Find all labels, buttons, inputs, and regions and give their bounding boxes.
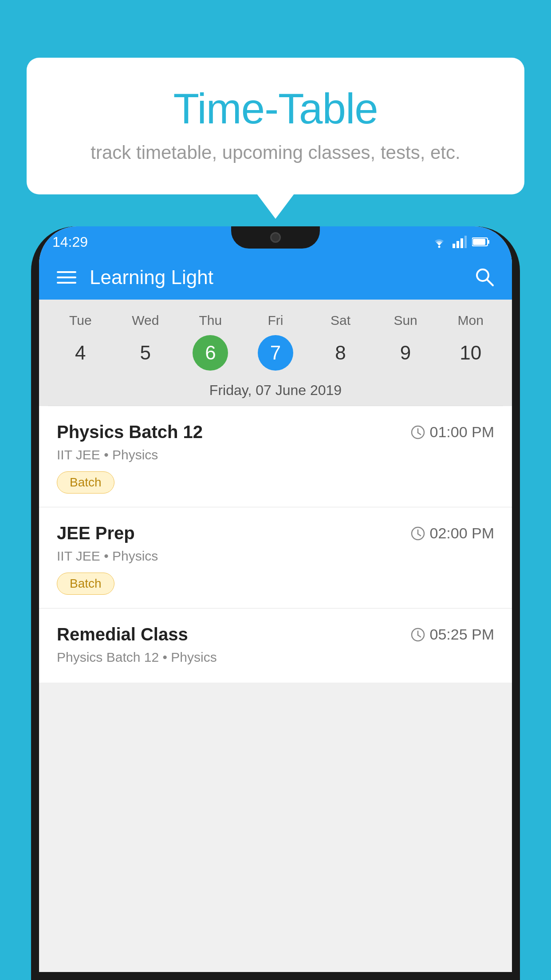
- hamburger-menu[interactable]: [57, 271, 76, 284]
- day-tue[interactable]: Tue 4: [51, 313, 110, 371]
- svg-point-0: [438, 246, 441, 248]
- day-sun[interactable]: Sun 9: [376, 313, 436, 371]
- day-num-sun: 9: [388, 335, 423, 371]
- svg-line-12: [418, 433, 421, 435]
- schedule-title-2: JEE Prep: [57, 523, 135, 543]
- day-num-thu: 6: [193, 335, 228, 371]
- search-button[interactable]: [474, 266, 494, 288]
- bubble-title: Time-Table: [62, 84, 489, 133]
- app-title: Learning Light: [90, 266, 474, 288]
- schedule-item-2[interactable]: JEE Prep 02:00 PM IIT JEE • Physics Batc…: [39, 507, 512, 609]
- signal-icon: [453, 236, 467, 248]
- schedule-subtitle-2: IIT JEE • Physics: [57, 549, 494, 564]
- schedule-time-value-1: 01:00 PM: [429, 423, 494, 441]
- clock-icon-2: [411, 526, 425, 541]
- svg-line-9: [487, 280, 493, 285]
- schedule-item-2-header: JEE Prep 02:00 PM: [57, 523, 494, 543]
- selected-date-label: Friday, 07 June 2019: [48, 375, 503, 406]
- day-num-tue: 4: [63, 335, 98, 371]
- schedule-time-1: 01:00 PM: [411, 423, 494, 441]
- day-name-tue: Tue: [69, 313, 92, 328]
- phone-frame: 14:29: [31, 226, 520, 980]
- svg-rect-7: [473, 239, 485, 245]
- speech-bubble-container: Time-Table track timetable, upcoming cla…: [27, 58, 524, 194]
- batch-badge-1: Batch: [57, 471, 114, 494]
- phone-notch: [231, 226, 320, 249]
- schedule-time-value-2: 02:00 PM: [429, 525, 494, 542]
- svg-rect-3: [460, 238, 463, 248]
- svg-rect-6: [488, 240, 489, 244]
- camera: [270, 232, 281, 243]
- day-name-mon: Mon: [457, 313, 483, 328]
- schedule-item-3-header: Remedial Class 05:25 PM: [57, 624, 494, 644]
- bubble-subtitle: track timetable, upcoming classes, tests…: [62, 142, 489, 163]
- clock-icon-3: [411, 628, 425, 642]
- schedule-subtitle-3: Physics Batch 12 • Physics: [57, 650, 494, 665]
- day-name-fri: Fri: [268, 313, 283, 328]
- calendar-section: Tue 4 Wed 5 Thu 6 Fri 7 Sat 8: [39, 300, 512, 406]
- day-name-sun: Sun: [394, 313, 417, 328]
- svg-line-18: [418, 635, 421, 637]
- schedule-title-3: Remedial Class: [57, 624, 188, 644]
- day-mon[interactable]: Mon 10: [441, 313, 500, 371]
- day-num-fri: 7: [258, 335, 293, 371]
- day-name-wed: Wed: [132, 313, 159, 328]
- days-row: Tue 4 Wed 5 Thu 6 Fri 7 Sat 8: [48, 308, 503, 375]
- clock-icon-1: [411, 425, 425, 439]
- search-icon: [474, 266, 494, 287]
- batch-badge-2: Batch: [57, 573, 114, 595]
- schedule-time-3: 05:25 PM: [411, 626, 494, 643]
- svg-rect-4: [464, 236, 467, 248]
- day-thu[interactable]: Thu 6: [181, 313, 240, 371]
- schedule-item-3[interactable]: Remedial Class 05:25 PM Physics Batch 12…: [39, 609, 512, 683]
- app-header: Learning Light: [39, 255, 512, 300]
- day-wed[interactable]: Wed 5: [115, 313, 175, 371]
- day-fri[interactable]: Fri 7: [245, 313, 305, 371]
- schedule-item-1-header: Physics Batch 12 01:00 PM: [57, 422, 494, 442]
- phone-inner: 14:29: [39, 226, 512, 972]
- schedule-title-1: Physics Batch 12: [57, 422, 203, 442]
- speech-bubble: Time-Table track timetable, upcoming cla…: [27, 58, 524, 194]
- schedule-item-1[interactable]: Physics Batch 12 01:00 PM IIT JEE • Phys…: [39, 406, 512, 507]
- svg-line-15: [418, 534, 421, 536]
- day-name-sat: Sat: [331, 313, 350, 328]
- svg-rect-1: [453, 244, 455, 248]
- status-time: 14:29: [52, 234, 88, 250]
- day-num-mon: 10: [453, 335, 488, 371]
- schedule-subtitle-1: IIT JEE • Physics: [57, 447, 494, 462]
- status-icons: [431, 236, 490, 248]
- day-num-sat: 8: [323, 335, 358, 371]
- day-name-thu: Thu: [199, 313, 222, 328]
- schedule-time-value-3: 05:25 PM: [429, 626, 494, 643]
- day-num-wed: 5: [128, 335, 163, 371]
- schedule-list: Physics Batch 12 01:00 PM IIT JEE • Phys…: [39, 406, 512, 683]
- wifi-icon: [431, 236, 447, 248]
- day-sat[interactable]: Sat 8: [311, 313, 370, 371]
- svg-rect-2: [457, 241, 459, 248]
- schedule-time-2: 02:00 PM: [411, 525, 494, 542]
- battery-icon: [472, 237, 490, 247]
